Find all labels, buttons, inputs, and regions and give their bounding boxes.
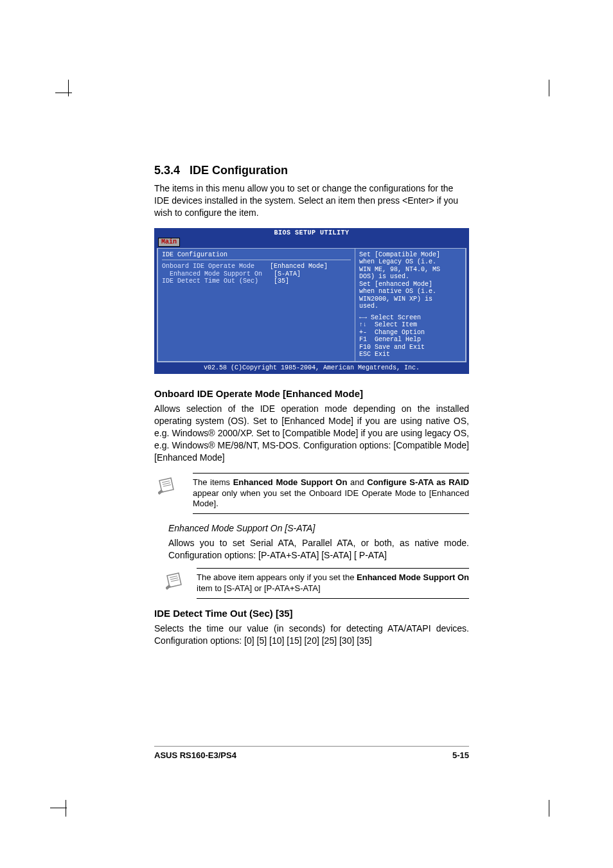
svg-line-3 bbox=[170, 576, 177, 578]
enhanced-sub-title: Enhanced Mode Support On [S-ATA] bbox=[168, 523, 469, 533]
note-2-text: The above item appears only if you set t… bbox=[197, 571, 469, 596]
onboard-paragraph: Allows selection of the IDE operation mo… bbox=[154, 403, 469, 463]
note-icon bbox=[164, 572, 184, 593]
note-block-1: The items Enhanced Mode Support On and C… bbox=[193, 473, 469, 515]
enhanced-sub-para: Allows you to set Serial ATA, Parallel A… bbox=[168, 537, 469, 562]
section-heading: 5.3.4 IDE Configuration bbox=[154, 164, 469, 177]
svg-line-4 bbox=[170, 578, 178, 580]
bios-row-2: Enhanced Mode Support On [S-ATA] bbox=[162, 270, 351, 278]
bios-screenshot: BIOS SETUP UTILITY Main IDE Configuratio… bbox=[154, 228, 469, 375]
bios-right-panel: Set [Compatible Mode] when Legacy OS (i.… bbox=[355, 249, 465, 361]
bios-nav-keys: ←→ Select Screen ↑↓ Select Item +- Chang… bbox=[359, 314, 461, 359]
bios-help-text: Set [Compatible Mode] when Legacy OS (i.… bbox=[359, 251, 461, 310]
bios-title: BIOS SETUP UTILITY bbox=[154, 228, 469, 238]
detect-heading: IDE Detect Time Out (Sec) [35] bbox=[154, 608, 469, 619]
content-area: 5.3.4 IDE Configuration The items in thi… bbox=[154, 164, 469, 656]
bios-tab-row: Main bbox=[154, 238, 469, 248]
note-block-2: The above item appears only if you set t… bbox=[197, 568, 469, 599]
page-footer: ASUS RS160-E3/PS4 5-15 bbox=[154, 746, 469, 760]
bios-footer: v02.58 (C)Copyright 1985-2004, American … bbox=[154, 362, 469, 375]
bios-left-panel: IDE Configuration Onboard IDE Operate Mo… bbox=[158, 249, 355, 361]
bios-row-1: Onboard IDE Operate Mode [Enhanced Mode] bbox=[162, 263, 351, 270]
section-title: IDE Configuration bbox=[190, 164, 288, 177]
detect-paragraph: Selects the time our value (in seconds) … bbox=[154, 623, 469, 647]
svg-line-5 bbox=[171, 580, 179, 582]
bios-tab-main: Main bbox=[158, 238, 180, 247]
section-number: 5.3.4 bbox=[154, 164, 180, 177]
onboard-heading: Onboard IDE Operate Mode [Enhanced Mode] bbox=[154, 388, 469, 399]
footer-right: 5-15 bbox=[452, 750, 469, 760]
note-1-text: The items Enhanced Mode Support On and C… bbox=[193, 476, 469, 511]
svg-line-0 bbox=[162, 481, 170, 483]
bios-panel-title: IDE Configuration bbox=[162, 251, 351, 259]
page: 5.3.4 IDE Configuration The items in thi… bbox=[0, 0, 613, 868]
svg-line-1 bbox=[163, 483, 170, 484]
bios-row-3: IDE Detect Time Out (Sec) [35] bbox=[162, 278, 351, 285]
svg-line-2 bbox=[163, 484, 171, 486]
section-intro: The items in this menu allow you to set … bbox=[154, 182, 469, 219]
note-icon bbox=[157, 477, 176, 498]
footer-left: ASUS RS160-E3/PS4 bbox=[154, 750, 236, 760]
enhanced-sub-section: Enhanced Mode Support On [S-ATA] Allows … bbox=[168, 523, 469, 599]
